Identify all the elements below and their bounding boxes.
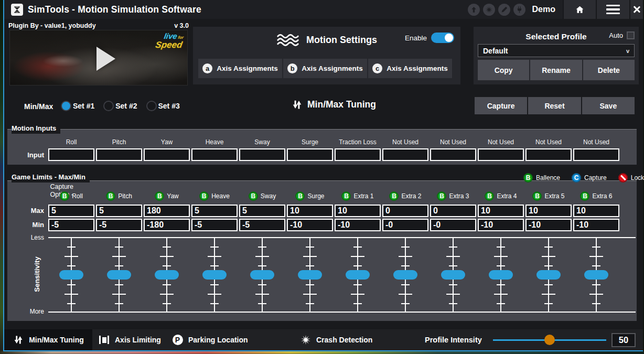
input-box[interactable] — [430, 148, 476, 161]
slider-handle[interactable] — [536, 270, 561, 280]
pencil-icon[interactable] — [498, 4, 510, 16]
max-value-box[interactable]: 0 — [382, 205, 428, 217]
set-radio-3[interactable]: Set #3 — [146, 101, 180, 111]
min-value-box[interactable]: -180 — [144, 219, 190, 231]
set-radio-1[interactable]: Set #1 — [61, 101, 94, 111]
ballence-badge-icon[interactable]: B — [249, 191, 258, 201]
arrow-up-icon[interactable] — [468, 4, 480, 16]
radio-circle[interactable] — [103, 101, 114, 111]
input-box[interactable] — [48, 148, 94, 161]
input-box[interactable] — [144, 148, 190, 161]
ballence-badge-icon[interactable]: B — [532, 191, 542, 201]
ballence-badge-icon[interactable]: B — [106, 191, 115, 201]
ballence-badge-icon[interactable]: B — [437, 191, 446, 201]
intensity-slider-handle[interactable] — [544, 335, 555, 345]
set-radio-2[interactable]: Set #2 — [103, 101, 137, 111]
slider-handle[interactable] — [489, 270, 513, 280]
ballence-badge-icon[interactable]: B — [580, 191, 589, 201]
max-value-box[interactable]: 5 — [191, 205, 238, 217]
input-box[interactable] — [191, 148, 238, 161]
input-box[interactable] — [96, 148, 142, 161]
min-value-box[interactable]: -10 — [525, 219, 572, 231]
copy-button[interactable]: Copy — [478, 60, 529, 80]
tab-parking-location[interactable]: PParking Location — [172, 329, 248, 350]
slider-handle[interactable] — [441, 270, 465, 280]
home-button[interactable] — [563, 0, 596, 19]
input-box[interactable] — [239, 148, 285, 161]
menu-button[interactable] — [596, 0, 629, 19]
sensitivity-slider[interactable] — [441, 237, 465, 313]
starburst-icon[interactable] — [483, 4, 495, 16]
input-box[interactable] — [573, 148, 619, 161]
capture-button[interactable]: Capture — [475, 97, 527, 114]
input-box[interactable] — [382, 148, 428, 161]
input-box[interactable] — [335, 148, 381, 161]
rename-button[interactable]: Rename — [530, 60, 582, 80]
min-value-box[interactable]: -0 — [382, 219, 428, 231]
slider-handle[interactable] — [393, 270, 417, 280]
profile-intensity-slider[interactable] — [493, 339, 606, 341]
enable-toggle[interactable] — [431, 33, 454, 43]
min-value-box[interactable]: -0 — [430, 219, 476, 231]
radio-circle[interactable] — [61, 101, 71, 111]
slider-handle[interactable] — [107, 270, 131, 280]
input-box[interactable] — [478, 148, 524, 161]
max-value-box[interactable]: 10 — [335, 205, 381, 217]
sensitivity-slider[interactable] — [584, 237, 608, 313]
max-value-box[interactable]: 10 — [478, 205, 524, 217]
input-box[interactable] — [287, 148, 333, 161]
slider-handle[interactable] — [346, 270, 370, 280]
ballence-badge-icon[interactable]: B — [60, 191, 69, 201]
sensitivity-slider[interactable] — [536, 237, 561, 313]
tab-axis-limiting[interactable]: Axis Limiting — [99, 329, 161, 350]
ballence-badge-icon[interactable]: B — [485, 191, 494, 201]
max-value-box[interactable]: 5 — [96, 205, 142, 217]
tab-min-max-tuning[interactable]: Min/Max Tuning — [4, 329, 92, 350]
axis-assignments-button-b[interactable]: bAxis Assignments — [283, 59, 367, 78]
axis-assignments-button-a[interactable]: aAxis Assignments — [198, 59, 282, 78]
max-value-box[interactable]: 10 — [287, 205, 333, 217]
play-button[interactable] — [96, 47, 115, 71]
tab-crash-detection[interactable]: Crash Detection — [300, 329, 372, 350]
ballence-badge-icon[interactable]: B — [155, 191, 164, 201]
min-value-box[interactable]: -5 — [48, 219, 94, 231]
sensitivity-slider[interactable] — [393, 237, 417, 313]
slider-handle[interactable] — [59, 270, 83, 280]
ballence-badge-icon[interactable]: B — [389, 191, 399, 201]
sensitivity-slider[interactable] — [489, 237, 513, 313]
auto-checkbox[interactable] — [627, 31, 635, 39]
min-value-box[interactable]: -10 — [573, 219, 619, 231]
max-value-box[interactable]: 10 — [573, 205, 619, 217]
max-value-box[interactable]: 5 — [239, 205, 285, 217]
slider-handle[interactable] — [250, 270, 274, 280]
profile-dropdown[interactable]: Default v — [478, 44, 635, 57]
ballence-badge-icon[interactable]: B — [341, 191, 351, 201]
save-button[interactable]: Save — [582, 97, 635, 114]
reset-button[interactable]: Reset — [528, 97, 581, 114]
axis-assignments-button-c[interactable]: cAxis Assignments — [368, 59, 452, 78]
sensitivity-slider[interactable] — [250, 237, 274, 313]
slider-handle[interactable] — [202, 270, 227, 280]
sensitivity-slider[interactable] — [202, 237, 227, 313]
radio-circle[interactable] — [146, 101, 157, 111]
min-value-box[interactable]: -10 — [478, 219, 524, 231]
sensitivity-slider[interactable] — [298, 237, 322, 313]
ballence-badge-icon[interactable]: B — [199, 191, 209, 201]
slider-handle[interactable] — [155, 270, 179, 280]
min-value-box[interactable]: -10 — [335, 219, 381, 231]
slider-handle[interactable] — [584, 270, 608, 280]
input-box[interactable] — [525, 148, 572, 161]
slider-handle[interactable] — [298, 270, 322, 280]
ballence-badge-icon[interactable]: B — [295, 191, 305, 201]
max-value-box[interactable]: 10 — [525, 205, 572, 217]
max-value-box[interactable]: 0 — [430, 205, 476, 217]
max-value-box[interactable]: 180 — [144, 205, 190, 217]
delete-button[interactable]: Delete — [583, 60, 635, 80]
sensitivity-slider[interactable] — [107, 237, 131, 313]
min-value-box[interactable]: -5 — [191, 219, 238, 231]
min-value-box[interactable]: -5 — [96, 219, 142, 231]
sensitivity-slider[interactable] — [346, 237, 370, 313]
close-button[interactable] — [629, 0, 643, 19]
plug-icon[interactable] — [513, 4, 525, 16]
min-value-box[interactable]: -10 — [287, 219, 333, 231]
